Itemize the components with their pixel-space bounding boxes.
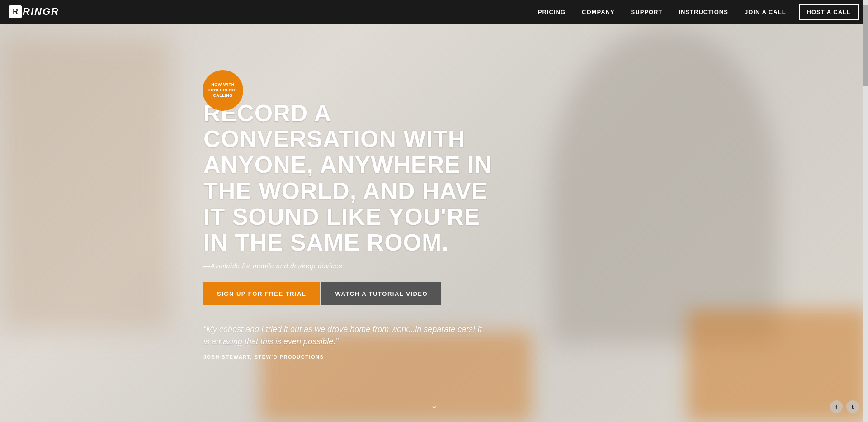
scrollbar-thumb[interactable]	[863, 5, 868, 86]
nav-instructions[interactable]: INSTRUCTIONS	[670, 0, 736, 24]
nav-host-a-call[interactable]: HOST A CALL	[799, 4, 859, 20]
scroll-arrow[interactable]: ⌄	[430, 400, 438, 411]
logo-icon	[9, 5, 22, 18]
testimonial-author: JOSH STEWART, Stew'd Productions	[203, 354, 868, 360]
hero-headline: RECORD A CONVERSATION WITH ANYONE, ANYWH…	[203, 100, 493, 256]
nav-pricing[interactable]: PRICING	[530, 0, 574, 24]
conference-calling-badge: NOW WITH CONFERENCE CALLING	[203, 70, 243, 111]
hero-buttons: SIGN UP FOR FREE TRIAL WATCH A TUTORIAL …	[203, 282, 868, 305]
nav-join-a-call[interactable]: JOIN A CALL	[736, 0, 794, 24]
twitter-icon[interactable]: t	[846, 400, 859, 413]
logo[interactable]: RiNGR	[9, 5, 59, 18]
scrollbar[interactable]	[863, 0, 868, 422]
navbar-nav: PRICING COMPANY SUPPORT INSTRUCTIONS JOI…	[530, 0, 859, 24]
signup-button[interactable]: SIGN UP FOR FREE TRIAL	[203, 282, 320, 305]
hero-subtext: —Available for mobile and desktop device…	[203, 262, 868, 270]
hero-content: RECORD A CONVERSATION WITH ANYONE, ANYWH…	[0, 24, 868, 360]
logo-text: RiNGR	[23, 6, 59, 18]
facebook-icon[interactable]: f	[830, 400, 843, 413]
badge-text: NOW WITH CONFERENCE CALLING	[205, 80, 241, 100]
testimonial-quote: “My cohost and I tried it out as we drov…	[203, 323, 484, 348]
nav-support[interactable]: SUPPORT	[623, 0, 671, 24]
nav-company[interactable]: COMPANY	[574, 0, 623, 24]
watch-video-button[interactable]: WATCH A TUTORIAL VIDEO	[321, 282, 441, 305]
social-icons: f t	[830, 400, 859, 413]
navbar: RiNGR PRICING COMPANY SUPPORT INSTRUCTIO…	[0, 0, 868, 24]
